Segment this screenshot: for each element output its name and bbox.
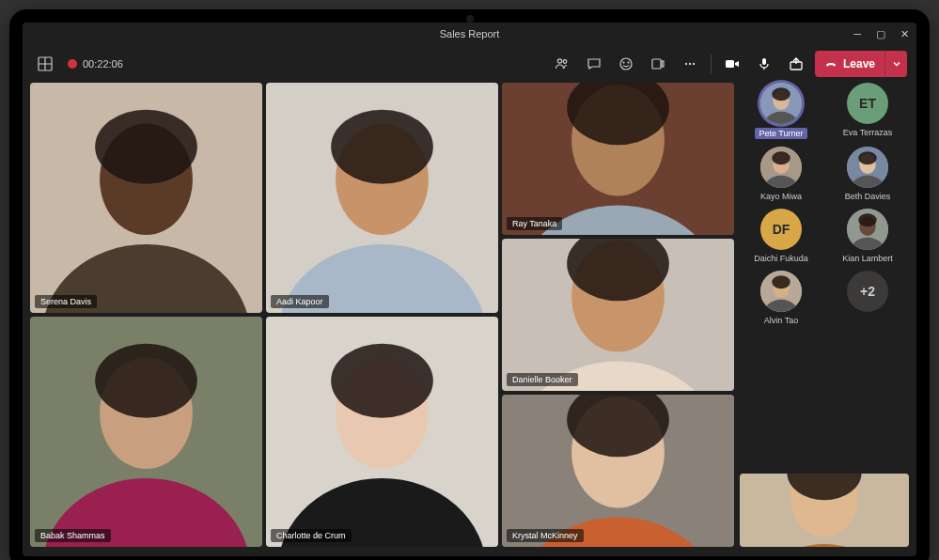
svg-point-63 <box>772 275 790 288</box>
svg-point-6 <box>623 62 624 63</box>
participants-panel: Pete TurnerETEva Terrazas Kayo Miwa Beth… <box>740 83 909 547</box>
avatar-photo <box>847 147 888 188</box>
svg-point-5 <box>620 58 632 70</box>
participant-name-tag: Charlotte de Crum <box>271 529 352 542</box>
avatar-photo <box>847 209 888 250</box>
svg-point-3 <box>557 59 561 63</box>
participant-item[interactable]: Alvin Tao <box>740 271 822 325</box>
leave-button[interactable]: Leave <box>815 51 907 77</box>
overflow-participants[interactable]: +2 <box>826 271 909 325</box>
recording-indicator: 00:22:06 <box>68 58 123 70</box>
svg-rect-8 <box>652 59 661 69</box>
device-camera <box>466 15 474 23</box>
participant-name-tag: Danielle Booker <box>507 373 578 386</box>
participant-item[interactable]: Kayo Miwa <box>740 147 822 201</box>
video-tile-danielle[interactable]: Danielle Booker <box>502 239 734 391</box>
svg-point-39 <box>331 344 433 418</box>
svg-rect-9 <box>662 61 664 67</box>
video-tile-krystal[interactable]: Krystal McKinney <box>502 395 734 547</box>
avatar-initials: ET <box>847 83 888 124</box>
avatar-photo <box>760 83 802 124</box>
record-dot-icon <box>68 59 77 69</box>
svg-rect-13 <box>726 60 734 68</box>
svg-point-59 <box>858 213 876 226</box>
svg-point-11 <box>689 63 691 65</box>
avatar-photo <box>760 147 802 188</box>
chat-button[interactable] <box>581 51 607 77</box>
participant-name: Alvin Tao <box>764 316 798 325</box>
overflow-count: +2 <box>847 271 888 312</box>
participant-name-tag: Babak Shammas <box>35 529 111 542</box>
participant-name: Beth Davies <box>845 192 891 201</box>
maximize-button[interactable]: ▢ <box>876 28 885 40</box>
svg-point-55 <box>858 151 876 164</box>
svg-point-12 <box>693 63 695 65</box>
participant-name-tag: Serena Davis <box>35 295 97 308</box>
participant-name: Daichi Fukuda <box>754 254 808 263</box>
svg-point-35 <box>95 344 197 418</box>
window-controls: ─ ▢ ✕ <box>853 28 909 40</box>
participant-grid: Pete TurnerETEva Terrazas Kayo Miwa Beth… <box>740 83 909 325</box>
svg-point-51 <box>772 151 790 164</box>
leave-label: Leave <box>843 57 875 70</box>
participant-item[interactable]: Beth Davies <box>826 147 909 201</box>
svg-point-10 <box>685 63 687 65</box>
avatar-initials: DF <box>760 209 802 250</box>
video-tile-charlotte[interactable]: Charlotte de Crum <box>266 317 498 547</box>
video-grid: Serena Davis Aadi Kapoor Ray Tanaka Dani… <box>30 83 734 547</box>
divider <box>711 54 712 73</box>
svg-rect-14 <box>762 58 766 65</box>
tablet-frame: Sales Report ─ ▢ ✕ 00:22:06 <box>9 9 930 560</box>
rooms-button[interactable] <box>645 51 671 77</box>
svg-point-19 <box>95 110 197 184</box>
participant-name-tag: Aadi Kapoor <box>271 295 329 308</box>
titlebar: Sales Report ─ ▢ ✕ <box>23 23 916 45</box>
participant-item[interactable]: Kian Lambert <box>826 209 909 263</box>
window-title: Sales Report <box>440 28 500 39</box>
app-window: Sales Report ─ ▢ ✕ 00:22:06 <box>23 23 916 556</box>
svg-point-4 <box>563 60 567 64</box>
participant-name-tag: Ray Tanaka <box>507 217 562 230</box>
share-button[interactable] <box>783 51 809 77</box>
leave-dropdown[interactable] <box>884 51 907 77</box>
more-button[interactable] <box>677 51 703 77</box>
mic-button[interactable] <box>751 51 777 77</box>
participant-item[interactable]: ETEva Terrazas <box>826 83 909 139</box>
participant-name: Kian Lambert <box>842 254 893 263</box>
svg-point-47 <box>772 87 790 101</box>
participant-name: Eva Terrazas <box>843 128 892 137</box>
participant-name: Pete Turner <box>755 128 806 139</box>
svg-point-7 <box>628 62 629 63</box>
camera-button[interactable] <box>719 51 745 77</box>
participant-item[interactable]: DFDaichi Fukuda <box>740 209 822 263</box>
layout-button[interactable] <box>32 51 58 77</box>
meeting-timer: 00:22:06 <box>83 58 123 70</box>
video-tile-serena[interactable]: Serena Davis <box>30 83 262 313</box>
reactions-button[interactable] <box>613 51 639 77</box>
close-button[interactable]: ✕ <box>900 28 909 40</box>
avatar-photo <box>760 271 802 312</box>
svg-point-23 <box>331 110 433 184</box>
minimize-button[interactable]: ─ <box>853 28 861 40</box>
video-tile-aadi[interactable]: Aadi Kapoor <box>266 83 498 313</box>
video-tile-babak[interactable]: Babak Shammas <box>30 317 262 547</box>
participant-name-tag: Krystal McKinney <box>507 529 584 542</box>
self-preview[interactable] <box>740 474 909 547</box>
people-button[interactable] <box>549 51 575 77</box>
participant-name: Kayo Miwa <box>760 192 802 201</box>
hangup-icon <box>824 57 837 70</box>
participant-item[interactable]: Pete Turner <box>740 83 822 139</box>
meeting-toolbar: 00:22:06 <box>23 45 916 83</box>
main-area: Serena Davis Aadi Kapoor Ray Tanaka Dani… <box>23 83 916 556</box>
video-tile-ray[interactable]: Ray Tanaka <box>502 83 734 235</box>
